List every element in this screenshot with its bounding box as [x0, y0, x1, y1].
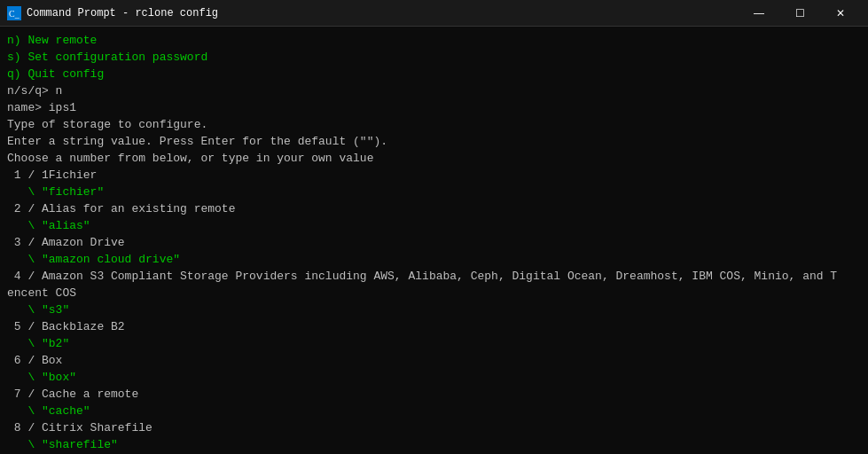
svg-text:C_: C_	[9, 9, 20, 19]
terminal-line: 4 / Amazon S3 Compliant Storage Provider…	[7, 268, 861, 285]
terminal-output: n) New remotes) Set configuration passwo…	[0, 27, 868, 454]
terminal-line: \ "alias"	[7, 217, 861, 234]
close-button[interactable]: ✕	[820, 0, 861, 27]
terminal-line: name> ips1	[7, 99, 861, 116]
terminal-line: \ "b2"	[7, 335, 861, 352]
terminal-line: 8 / Citrix Sharefile	[7, 419, 861, 436]
terminal-line: 1 / 1Fichier	[7, 167, 861, 184]
window-controls: — ☐ ✕	[739, 0, 861, 27]
terminal-line: \ "fichier"	[7, 184, 861, 200]
minimize-button[interactable]: —	[739, 0, 779, 27]
terminal-line: 7 / Cache a remote	[7, 386, 861, 403]
window-title: Command Prompt - rclone config	[27, 7, 218, 20]
terminal-line: 6 / Box	[7, 352, 861, 369]
title-bar: C_ Command Prompt - rclone config — ☐ ✕	[0, 0, 868, 27]
terminal-line: q) Quit config	[7, 66, 861, 82]
terminal-line: n) New remote	[7, 32, 861, 49]
terminal-line: \ "amazon cloud drive"	[7, 251, 861, 268]
cmd-icon: C_	[7, 6, 21, 20]
maximize-button[interactable]: ☐	[779, 0, 820, 27]
terminal-line: \ "sharefile"	[7, 436, 861, 453]
terminal-line: 5 / Backblaze B2	[7, 318, 861, 335]
terminal-line: s) Set configuration password	[7, 49, 861, 66]
terminal-line: encent COS	[7, 285, 861, 301]
terminal-line: \ "cache"	[7, 403, 861, 419]
terminal-line: \ "box"	[7, 369, 861, 386]
terminal-line: \ "s3"	[7, 301, 861, 318]
terminal-line: 3 / Amazon Drive	[7, 234, 861, 251]
terminal-line: Choose a number from below, or type in y…	[7, 150, 861, 167]
terminal-line: Type of storage to configure.	[7, 116, 861, 133]
terminal-line: Enter a string value. Press Enter for th…	[7, 133, 861, 150]
terminal-line: 2 / Alias for an existing remote	[7, 200, 861, 217]
terminal-line: n/s/q> n	[7, 82, 861, 99]
